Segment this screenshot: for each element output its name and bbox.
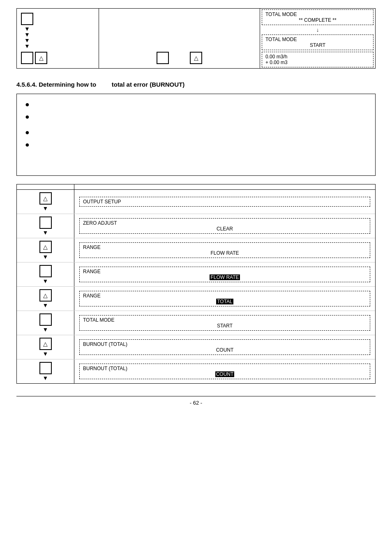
panel-range-flow1: RANGE FLOW RATE xyxy=(79,242,370,258)
nav-cell-right-8: BURNOUT (TOTAL) COUNT xyxy=(74,359,375,383)
burnout-count2-line2: COUNT xyxy=(83,371,367,377)
nav-row-4: ▼ RANGE FLOW RATE xyxy=(17,263,375,287)
burnout-count1-line2: COUNT xyxy=(83,347,367,353)
nav-cell-left-4: ▼ xyxy=(17,263,74,286)
zero-adjust-line1: ZERO ADJUST xyxy=(83,220,367,226)
heading-part2: total at error (BURNOUT) xyxy=(112,81,185,88)
range-total-line1: RANGE xyxy=(83,293,367,299)
output-setup-line1: OUTPUT SETUP xyxy=(83,199,367,205)
range-flow1-line2: FLOW RATE xyxy=(83,250,367,256)
bullet-4: ● xyxy=(25,141,30,148)
nav-table: △ ▼ OUTPUT SETUP ▼ ZERO ADJUST CLEAR △ ▼ xyxy=(16,184,376,384)
nav-cell-right-6: TOTAL MODE START xyxy=(74,311,375,335)
total-mode-line2: START xyxy=(83,323,367,329)
nav-row-1: △ ▼ OUTPUT SETUP xyxy=(17,190,375,214)
top-right-panels: TOTAL MODE ** COMPLETE ** ↓ TOTAL MODE S… xyxy=(260,9,375,68)
panel-line2: ** COMPLETE ** xyxy=(265,17,370,23)
row8-arrow: ▼ xyxy=(43,375,48,381)
top-diagram: ▼ ▼ ▼ ▼ △ △ TOTAL MODE ** COMPLETE ** ↓ xyxy=(16,8,376,69)
nav-cell-left-6: ▼ xyxy=(17,311,74,335)
bullet-item-1: ● xyxy=(25,101,367,108)
row2-arrow: ▼ xyxy=(43,230,48,235)
nav-row-5: △ ▼ RANGE TOTAL xyxy=(17,287,375,311)
info-box: ● ● ● ● xyxy=(16,94,376,176)
flow-rate-highlight: FLOW RATE xyxy=(210,274,240,280)
heading-part1: 4.5.6.4. Determining how to xyxy=(16,81,96,88)
row5-arrow: ▼ xyxy=(43,302,48,308)
bullet-list: ● ● ● ● xyxy=(25,101,367,148)
nav-row-7: △ ▼ BURNOUT (TOTAL) COUNT xyxy=(17,335,375,359)
arrows-down: ▼ ▼ ▼ ▼ xyxy=(24,26,30,49)
row5-triangle-btn[interactable]: △ xyxy=(39,289,52,302)
bottom-btn-row: △ xyxy=(21,52,47,64)
panel-burnout-count2: BURNOUT (TOTAL) COUNT xyxy=(79,364,370,379)
nav-cell-left-3: △ ▼ xyxy=(17,238,74,262)
page-number: - 62 - xyxy=(190,400,202,406)
burnout-count2-line1: BURNOUT (TOTAL) xyxy=(83,366,367,371)
panel2-line1: TOTAL MODE xyxy=(265,37,370,42)
nav-row-6: ▼ TOTAL MODE START xyxy=(17,311,375,335)
nav-row-8: ▼ BURNOUT (TOTAL) COUNT xyxy=(17,359,375,383)
nav-cell-right-5: RANGE TOTAL xyxy=(74,287,375,311)
top-left-controls: ▼ ▼ ▼ ▼ △ xyxy=(17,9,99,68)
nav-cell-left-1: △ ▼ xyxy=(17,190,74,214)
middle-btn-row: △ xyxy=(157,52,202,64)
panel-zero-adjust: ZERO ADJUST CLEAR xyxy=(79,218,370,234)
row3-arrow: ▼ xyxy=(43,254,48,260)
row4-square-btn[interactable] xyxy=(39,265,52,277)
down-arrow-connector: ↓ xyxy=(260,26,375,34)
panel-range-flow2: RANGE FLOW RATE xyxy=(79,267,370,282)
panel-total-mode-complete: TOTAL MODE ** COMPLETE ** xyxy=(262,9,374,25)
triangle-btn-2[interactable]: △ xyxy=(190,52,202,64)
top-middle: △ xyxy=(99,9,260,68)
panel3-line1: 0.00 m3/h xyxy=(265,54,370,60)
count-highlight: COUNT xyxy=(215,371,235,377)
total-highlight: TOTAL xyxy=(216,299,233,304)
row8-square-btn[interactable] xyxy=(39,362,52,374)
range-flow1-line1: RANGE xyxy=(83,244,367,250)
nav-cell-left-8: ▼ xyxy=(17,359,74,383)
triangle-btn-1[interactable]: △ xyxy=(35,52,47,64)
square-btn-3[interactable] xyxy=(157,52,169,64)
bullet-1: ● xyxy=(25,101,30,108)
panel-output-setup: OUTPUT SETUP xyxy=(79,197,370,207)
row1-triangle-btn[interactable]: △ xyxy=(39,192,52,205)
panel-burnout-count1: BURNOUT (TOTAL) COUNT xyxy=(79,339,370,355)
panel-flow-values: 0.00 m3/h + 0.00 m3 xyxy=(262,52,374,67)
range-flow2-line1: RANGE xyxy=(83,269,367,274)
nav-cell-left-5: △ ▼ xyxy=(17,287,74,311)
burnout-count1-line1: BURNOUT (TOTAL) xyxy=(83,341,367,347)
panel-total-mode-start: TOTAL MODE START xyxy=(262,35,374,50)
row7-triangle-btn[interactable]: △ xyxy=(39,338,52,350)
nav-header-right xyxy=(74,184,375,189)
row6-square-btn[interactable] xyxy=(39,313,52,326)
nav-row-3: △ ▼ RANGE FLOW RATE xyxy=(17,238,375,263)
row7-arrow: ▼ xyxy=(43,351,48,357)
bullet-3: ● xyxy=(25,129,30,136)
nav-table-header xyxy=(17,184,375,190)
zero-adjust-line2: CLEAR xyxy=(83,226,367,232)
nav-cell-right-7: BURNOUT (TOTAL) COUNT xyxy=(74,335,375,359)
nav-cell-left-7: △ ▼ xyxy=(17,335,74,359)
panel-line1: TOTAL MODE xyxy=(265,12,370,17)
section-heading: 4.5.6.4. Determining how to total at err… xyxy=(16,81,376,88)
panel-range-total: RANGE TOTAL xyxy=(79,291,370,306)
nav-cell-right-4: RANGE FLOW RATE xyxy=(74,263,375,286)
row4-arrow: ▼ xyxy=(43,278,48,284)
nav-cell-right-3: RANGE FLOW RATE xyxy=(74,238,375,262)
top-square-btn[interactable] xyxy=(21,13,33,25)
range-total-line2: TOTAL xyxy=(83,299,367,304)
bullet-2: ● xyxy=(25,113,30,120)
nav-header-left xyxy=(17,184,74,189)
panel2-line2: START xyxy=(265,42,370,48)
nav-cell-right-2: ZERO ADJUST CLEAR xyxy=(74,214,375,238)
row1-arrow: ▼ xyxy=(43,205,48,211)
nav-cell-left-2: ▼ xyxy=(17,214,74,238)
bullet-item-4: ● xyxy=(25,141,367,148)
nav-cell-right-1: OUTPUT SETUP xyxy=(74,190,375,214)
row3-triangle-btn[interactable]: △ xyxy=(39,241,52,253)
bullet-item-3: ● xyxy=(25,129,367,136)
bullet-item-2: ● xyxy=(25,113,367,120)
square-btn-2[interactable] xyxy=(21,52,33,64)
row2-square-btn[interactable] xyxy=(39,216,52,229)
